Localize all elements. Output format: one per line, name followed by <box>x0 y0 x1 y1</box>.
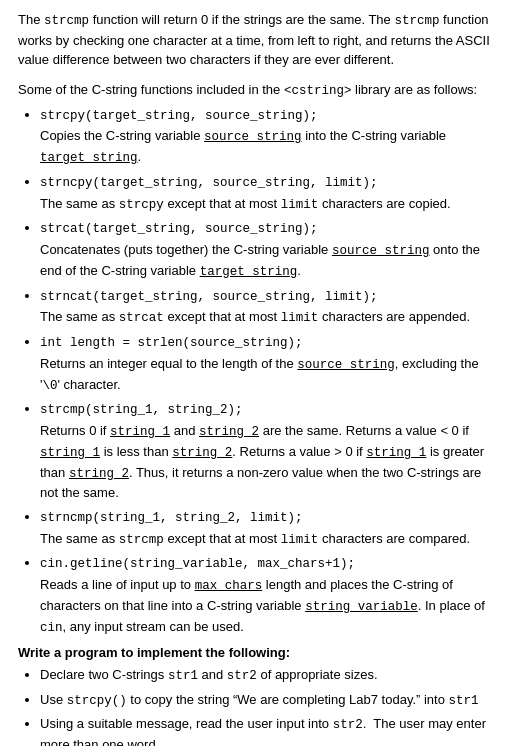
strcat-signature: strcat(target_string, source_string); <box>40 220 491 239</box>
strncmp-desc: The same as strcmp except that at most l… <box>40 529 491 550</box>
cin-ref-1: cin <box>40 621 63 635</box>
list-item-strcat: strcat(target_string, source_string); Co… <box>40 218 491 281</box>
tasks-list: Declare two C-strings str1 and str2 of a… <box>40 665 491 746</box>
intro-paragraph: The strcmp function will return 0 if the… <box>18 10 491 70</box>
string1-ref-1: string_1 <box>110 425 170 439</box>
string2-ref-3: string_2 <box>69 467 129 481</box>
string-variable-ref-1: string_variable <box>305 600 418 614</box>
strcpy-signature: strcpy(target_string, source_string); <box>40 107 491 126</box>
getline-signature: cin.getline(string_variable, max_chars+1… <box>40 555 491 574</box>
strcmp-ref-1: strcmp <box>119 533 164 547</box>
list-item-strcpy: strcpy(target_string, source_string); Co… <box>40 105 491 168</box>
source-string-ref-2: source_string <box>332 244 430 258</box>
str1-ref-2: str1 <box>449 694 479 708</box>
list-item-strncmp: strncmp(string_1, string_2, limit); The … <box>40 507 491 550</box>
strncat-signature: strncat(target_string, source_string, li… <box>40 288 491 307</box>
list-item-getline: cin.getline(string_variable, max_chars+1… <box>40 553 491 637</box>
list-item-strncpy: strncpy(target_string, source_string, li… <box>40 172 491 215</box>
string2-ref-1: string_2 <box>199 425 259 439</box>
strlen-desc: Returns an integer equal to the length o… <box>40 354 491 396</box>
functions-list: strcpy(target_string, source_string); Co… <box>40 105 491 638</box>
str2-ref-2: str2 <box>333 718 363 732</box>
strlen-signature: int length = strlen(source_string); <box>40 334 491 353</box>
list-item-strlen: int length = strlen(source_string); Retu… <box>40 332 491 395</box>
task-getline: Using a suitable message, read the user … <box>40 714 491 746</box>
target-string-ref-1: target_string <box>40 151 138 165</box>
cstring-intro: Some of the C-string functions included … <box>18 80 491 101</box>
strcmp-desc: Returns 0 if string_1 and string_2 are t… <box>40 421 491 503</box>
string1-ref-3: string_1 <box>366 446 426 460</box>
limit-ref-3: limit <box>281 533 319 547</box>
list-item-strcmp: strcmp(string_1, string_2); Returns 0 if… <box>40 399 491 503</box>
strcmp-code-1: strcmp <box>44 14 89 28</box>
source-string-ref-1: source_string <box>204 130 302 144</box>
write-header: Write a program to implement the followi… <box>18 643 491 663</box>
string2-ref-2: string_2 <box>172 446 232 460</box>
strcpy-desc: Copies the C-string variable source_stri… <box>40 126 491 168</box>
limit-ref-1: limit <box>281 198 319 212</box>
strncpy-signature: strncpy(target_string, source_string, li… <box>40 174 491 193</box>
strcpy-ref-1: strcpy <box>119 198 164 212</box>
strcmp-signature: strcmp(string_1, string_2); <box>40 401 491 420</box>
strcmp-code-2: strcmp <box>394 14 439 28</box>
strcpy-call-ref: strcpy() <box>67 694 127 708</box>
str2-ref-1: str2 <box>227 669 257 683</box>
target-string-ref-2: target_string <box>200 265 298 279</box>
strncpy-desc: The same as strcpy except that at most l… <box>40 194 491 215</box>
source-string-ref-3: source_string <box>297 358 395 372</box>
task-declare: Declare two C-strings str1 and str2 of a… <box>40 665 491 686</box>
task-strcpy: Use strcpy() to copy the string “We are … <box>40 690 491 711</box>
str1-ref-1: str1 <box>168 669 198 683</box>
max-chars-ref-1: max_chars <box>195 579 263 593</box>
string1-ref-2: string_1 <box>40 446 100 460</box>
getline-desc: Reads a line of input up to max_chars le… <box>40 575 491 637</box>
strncmp-signature: strncmp(string_1, string_2, limit); <box>40 509 491 528</box>
null-char: \0 <box>42 379 57 393</box>
cstring-lib: <cstring> <box>284 84 352 98</box>
strncat-desc: The same as strcat except that at most l… <box>40 307 491 328</box>
limit-ref-2: limit <box>281 311 319 325</box>
strcat-ref-1: strcat <box>119 311 164 325</box>
strcat-desc: Concatenates (puts together) the C-strin… <box>40 240 491 282</box>
list-item-strncat: strncat(target_string, source_string, li… <box>40 286 491 329</box>
